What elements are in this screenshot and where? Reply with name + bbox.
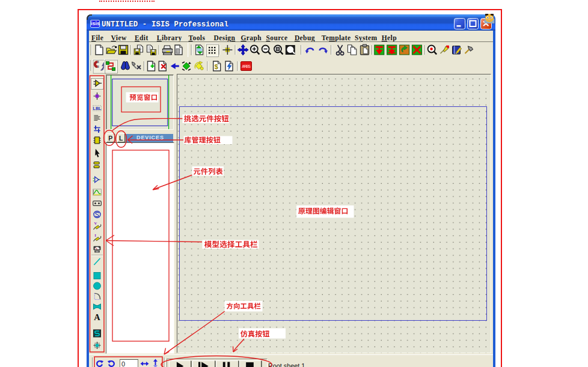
svg-text:$: $ — [215, 63, 218, 70]
svg-text:A: A — [94, 312, 100, 322]
svg-text:LBL: LBL — [93, 106, 102, 111]
svg-text:ARES: ARES — [242, 64, 251, 68]
svg-text:I: I — [94, 233, 96, 237]
svg-text:V: V — [94, 221, 97, 225]
